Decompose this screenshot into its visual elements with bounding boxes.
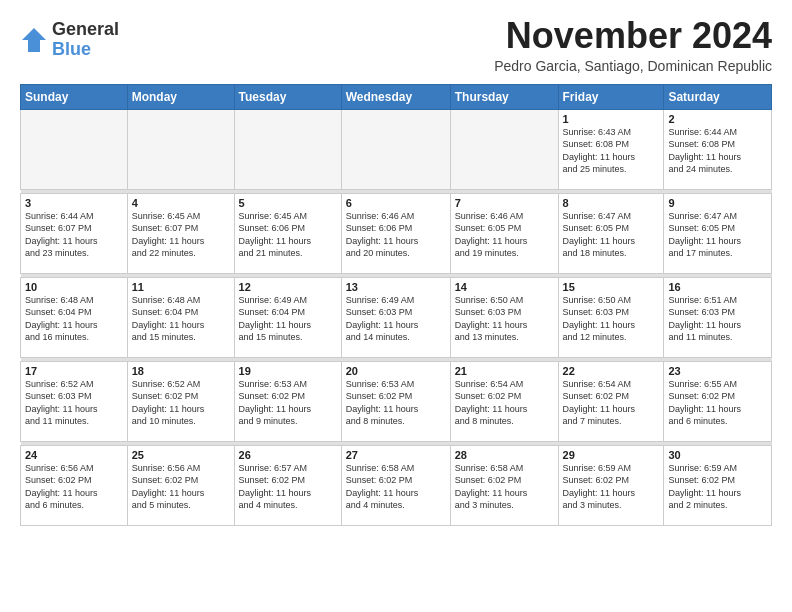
day-info: Sunrise: 6:44 AM Sunset: 6:08 PM Dayligh…	[668, 126, 767, 176]
day-info: Sunrise: 6:50 AM Sunset: 6:03 PM Dayligh…	[563, 294, 660, 344]
day-info: Sunrise: 6:44 AM Sunset: 6:07 PM Dayligh…	[25, 210, 123, 260]
day-info: Sunrise: 6:59 AM Sunset: 6:02 PM Dayligh…	[563, 462, 660, 512]
day-number: 28	[455, 449, 554, 461]
day-info: Sunrise: 6:56 AM Sunset: 6:02 PM Dayligh…	[132, 462, 230, 512]
calendar-week-2: 3Sunrise: 6:44 AM Sunset: 6:07 PM Daylig…	[21, 193, 772, 273]
logo-icon	[20, 26, 48, 54]
logo: General Blue	[20, 20, 119, 60]
calendar-cell	[341, 109, 450, 189]
day-number: 17	[25, 365, 123, 377]
day-info: Sunrise: 6:47 AM Sunset: 6:05 PM Dayligh…	[668, 210, 767, 260]
page: General Blue November 2024 Pedro Garcia,…	[0, 0, 792, 612]
day-info: Sunrise: 6:53 AM Sunset: 6:02 PM Dayligh…	[346, 378, 446, 428]
calendar-cell: 25Sunrise: 6:56 AM Sunset: 6:02 PM Dayli…	[127, 445, 234, 525]
logo-blue-text: Blue	[52, 40, 119, 60]
day-number: 18	[132, 365, 230, 377]
calendar-cell: 18Sunrise: 6:52 AM Sunset: 6:02 PM Dayli…	[127, 361, 234, 441]
calendar-cell: 28Sunrise: 6:58 AM Sunset: 6:02 PM Dayli…	[450, 445, 558, 525]
calendar-week-5: 24Sunrise: 6:56 AM Sunset: 6:02 PM Dayli…	[21, 445, 772, 525]
calendar-cell: 27Sunrise: 6:58 AM Sunset: 6:02 PM Dayli…	[341, 445, 450, 525]
day-number: 13	[346, 281, 446, 293]
day-info: Sunrise: 6:52 AM Sunset: 6:03 PM Dayligh…	[25, 378, 123, 428]
day-number: 14	[455, 281, 554, 293]
day-number: 19	[239, 365, 337, 377]
day-number: 2	[668, 113, 767, 125]
day-info: Sunrise: 6:47 AM Sunset: 6:05 PM Dayligh…	[563, 210, 660, 260]
day-number: 12	[239, 281, 337, 293]
calendar-cell	[127, 109, 234, 189]
calendar-cell	[234, 109, 341, 189]
day-number: 21	[455, 365, 554, 377]
day-info: Sunrise: 6:59 AM Sunset: 6:02 PM Dayligh…	[668, 462, 767, 512]
calendar-header-monday: Monday	[127, 84, 234, 109]
calendar-header-tuesday: Tuesday	[234, 84, 341, 109]
calendar-cell: 4Sunrise: 6:45 AM Sunset: 6:07 PM Daylig…	[127, 193, 234, 273]
day-number: 26	[239, 449, 337, 461]
calendar-week-3: 10Sunrise: 6:48 AM Sunset: 6:04 PM Dayli…	[21, 277, 772, 357]
calendar-header-row: SundayMondayTuesdayWednesdayThursdayFrid…	[21, 84, 772, 109]
day-number: 30	[668, 449, 767, 461]
day-number: 22	[563, 365, 660, 377]
day-number: 23	[668, 365, 767, 377]
day-number: 15	[563, 281, 660, 293]
day-number: 1	[563, 113, 660, 125]
calendar-week-1: 1Sunrise: 6:43 AM Sunset: 6:08 PM Daylig…	[21, 109, 772, 189]
calendar-header-saturday: Saturday	[664, 84, 772, 109]
calendar-week-4: 17Sunrise: 6:52 AM Sunset: 6:03 PM Dayli…	[21, 361, 772, 441]
day-number: 3	[25, 197, 123, 209]
day-info: Sunrise: 6:56 AM Sunset: 6:02 PM Dayligh…	[25, 462, 123, 512]
day-info: Sunrise: 6:54 AM Sunset: 6:02 PM Dayligh…	[563, 378, 660, 428]
day-info: Sunrise: 6:55 AM Sunset: 6:02 PM Dayligh…	[668, 378, 767, 428]
day-number: 4	[132, 197, 230, 209]
calendar-cell: 11Sunrise: 6:48 AM Sunset: 6:04 PM Dayli…	[127, 277, 234, 357]
calendar-cell: 5Sunrise: 6:45 AM Sunset: 6:06 PM Daylig…	[234, 193, 341, 273]
day-number: 24	[25, 449, 123, 461]
day-number: 5	[239, 197, 337, 209]
calendar-cell	[21, 109, 128, 189]
day-number: 27	[346, 449, 446, 461]
calendar-cell: 21Sunrise: 6:54 AM Sunset: 6:02 PM Dayli…	[450, 361, 558, 441]
day-info: Sunrise: 6:46 AM Sunset: 6:05 PM Dayligh…	[455, 210, 554, 260]
calendar-cell: 22Sunrise: 6:54 AM Sunset: 6:02 PM Dayli…	[558, 361, 664, 441]
day-number: 7	[455, 197, 554, 209]
day-info: Sunrise: 6:52 AM Sunset: 6:02 PM Dayligh…	[132, 378, 230, 428]
calendar-cell: 14Sunrise: 6:50 AM Sunset: 6:03 PM Dayli…	[450, 277, 558, 357]
calendar-cell: 2Sunrise: 6:44 AM Sunset: 6:08 PM Daylig…	[664, 109, 772, 189]
day-info: Sunrise: 6:45 AM Sunset: 6:06 PM Dayligh…	[239, 210, 337, 260]
day-info: Sunrise: 6:49 AM Sunset: 6:03 PM Dayligh…	[346, 294, 446, 344]
calendar-header-friday: Friday	[558, 84, 664, 109]
day-number: 16	[668, 281, 767, 293]
day-info: Sunrise: 6:49 AM Sunset: 6:04 PM Dayligh…	[239, 294, 337, 344]
header: General Blue November 2024 Pedro Garcia,…	[20, 16, 772, 74]
calendar-header-wednesday: Wednesday	[341, 84, 450, 109]
day-info: Sunrise: 6:54 AM Sunset: 6:02 PM Dayligh…	[455, 378, 554, 428]
day-number: 8	[563, 197, 660, 209]
calendar-table: SundayMondayTuesdayWednesdayThursdayFrid…	[20, 84, 772, 526]
calendar-cell: 24Sunrise: 6:56 AM Sunset: 6:02 PM Dayli…	[21, 445, 128, 525]
month-title: November 2024	[494, 16, 772, 56]
day-number: 10	[25, 281, 123, 293]
calendar-cell: 26Sunrise: 6:57 AM Sunset: 6:02 PM Dayli…	[234, 445, 341, 525]
calendar-cell: 7Sunrise: 6:46 AM Sunset: 6:05 PM Daylig…	[450, 193, 558, 273]
calendar-cell: 16Sunrise: 6:51 AM Sunset: 6:03 PM Dayli…	[664, 277, 772, 357]
day-info: Sunrise: 6:46 AM Sunset: 6:06 PM Dayligh…	[346, 210, 446, 260]
day-info: Sunrise: 6:51 AM Sunset: 6:03 PM Dayligh…	[668, 294, 767, 344]
day-info: Sunrise: 6:43 AM Sunset: 6:08 PM Dayligh…	[563, 126, 660, 176]
logo-general-text: General	[52, 20, 119, 40]
day-info: Sunrise: 6:48 AM Sunset: 6:04 PM Dayligh…	[25, 294, 123, 344]
day-number: 20	[346, 365, 446, 377]
calendar-header-sunday: Sunday	[21, 84, 128, 109]
day-number: 25	[132, 449, 230, 461]
title-block: November 2024 Pedro Garcia, Santiago, Do…	[494, 16, 772, 74]
calendar-cell	[450, 109, 558, 189]
svg-marker-0	[22, 28, 46, 52]
day-number: 11	[132, 281, 230, 293]
day-info: Sunrise: 6:58 AM Sunset: 6:02 PM Dayligh…	[346, 462, 446, 512]
calendar-cell: 8Sunrise: 6:47 AM Sunset: 6:05 PM Daylig…	[558, 193, 664, 273]
calendar-cell: 19Sunrise: 6:53 AM Sunset: 6:02 PM Dayli…	[234, 361, 341, 441]
day-info: Sunrise: 6:57 AM Sunset: 6:02 PM Dayligh…	[239, 462, 337, 512]
calendar-cell: 20Sunrise: 6:53 AM Sunset: 6:02 PM Dayli…	[341, 361, 450, 441]
calendar-cell: 1Sunrise: 6:43 AM Sunset: 6:08 PM Daylig…	[558, 109, 664, 189]
calendar-cell: 29Sunrise: 6:59 AM Sunset: 6:02 PM Dayli…	[558, 445, 664, 525]
day-number: 9	[668, 197, 767, 209]
